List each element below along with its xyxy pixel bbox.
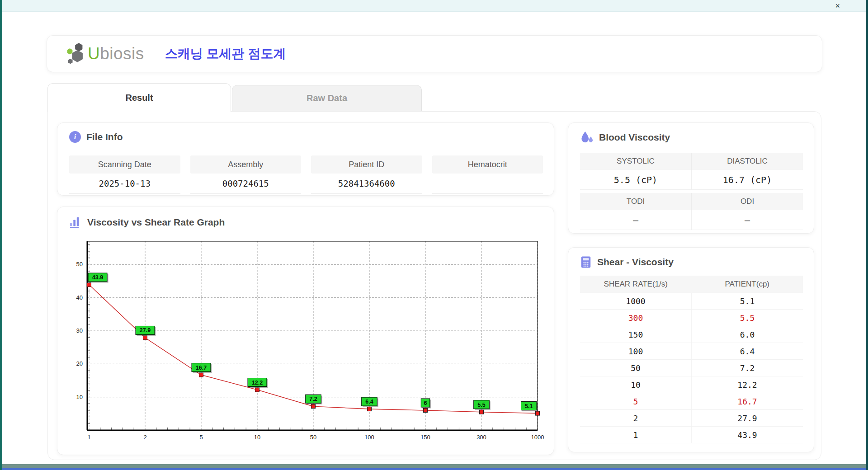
field-label: Hematocrit — [432, 155, 543, 174]
sv-patient-cell: 5.5 — [691, 310, 803, 326]
bv-header-cell: ODI — [691, 193, 803, 210]
data-point-marker — [255, 388, 259, 392]
bv-header-row: SYSTOLICDIASTOLIC — [580, 153, 803, 170]
page-title: 스캐닝 모세관 점도계 — [165, 45, 286, 62]
ubiosis-logo: Ubiosis — [66, 42, 144, 66]
bv-value-row: 5.5 (cP)16.7 (cP) — [580, 170, 803, 190]
graph-title: Viscosity vs Shear Rate Graph — [87, 217, 225, 228]
bv-value-cell: – — [580, 210, 691, 230]
tab-result[interactable]: Result — [47, 83, 231, 112]
sv-patient-cell: 12.2 — [691, 376, 803, 393]
shear-viscosity-card: Shear - Viscosity SHEAR RATE(1/s)PATIENT… — [568, 247, 814, 452]
sv-shear-cell: 5 — [580, 393, 691, 409]
hexagon-cluster-icon — [66, 42, 85, 66]
sv-header-cell: PATIENT(cp) — [692, 276, 803, 293]
viscosity-graph-card: Viscosity vs Shear Rate Graph 1020304050… — [57, 207, 554, 455]
data-label-text: 27.9 — [140, 327, 151, 334]
table-row: 227.9 — [580, 410, 803, 427]
table-row: 10005.1 — [580, 293, 803, 310]
data-label-text: 7.2 — [309, 396, 317, 402]
file-info-field: Scanning Date2025-10-13 — [69, 155, 180, 194]
data-label-text: 5.5 — [477, 402, 485, 408]
table-row: 516.7 — [580, 393, 803, 410]
y-tick-label: 50 — [76, 261, 83, 268]
data-point-marker — [87, 283, 91, 287]
sv-shear-cell: 50 — [580, 360, 691, 376]
y-tick-label: 30 — [76, 327, 83, 334]
data-label-text: 16.7 — [196, 365, 207, 371]
x-tick-label: 1 — [87, 434, 90, 441]
sv-patient-cell: 6.4 — [691, 343, 803, 359]
data-point-marker — [424, 409, 428, 413]
shear-viscosity-title: Shear - Viscosity — [597, 257, 674, 268]
sv-shear-cell: 10 — [580, 376, 691, 393]
bv-header-cell: SYSTOLIC — [580, 153, 691, 170]
data-label-text: 6 — [424, 400, 427, 406]
file-info-card: i File Info Scanning Date2025-10-13Assem… — [57, 122, 554, 196]
bv-row-gap — [580, 190, 803, 193]
field-label: Assembly — [190, 155, 302, 174]
shear-viscosity-table: SHEAR RATE(1/s)PATIENT(cp)10005.13005.51… — [580, 276, 803, 443]
field-value: 2025-10-13 — [69, 174, 180, 194]
sv-patient-cell: 7.2 — [691, 360, 803, 376]
sv-shear-cell: 100 — [580, 343, 691, 359]
file-info-field: Hematocrit — [432, 155, 543, 194]
sv-shear-cell: 2 — [580, 410, 691, 426]
logo-text: Ubiosis — [88, 44, 144, 63]
x-tick-label: 50 — [310, 434, 316, 441]
bv-value-cell: – — [691, 210, 803, 230]
sv-shear-cell: 1000 — [580, 293, 691, 309]
table-row: 143.9 — [580, 427, 803, 443]
bar-chart-icon — [69, 216, 82, 229]
y-tick-label: 20 — [76, 360, 83, 367]
sv-header-row: SHEAR RATE(1/s)PATIENT(cp) — [580, 276, 803, 293]
sv-patient-cell: 5.1 — [691, 293, 803, 309]
bv-value-cell: 16.7 (cP) — [691, 170, 803, 190]
file-info-title: File Info — [86, 132, 123, 142]
window-titlebar: × — [0, 0, 868, 12]
close-icon[interactable]: × — [835, 1, 840, 11]
data-label-text: 43.9 — [92, 274, 103, 281]
table-row: 1012.2 — [580, 376, 803, 393]
data-point-marker — [480, 410, 484, 414]
window-bottom-bar-teal — [0, 464, 868, 468]
x-tick-label: 2 — [143, 434, 146, 441]
calculator-icon — [580, 256, 592, 268]
info-icon: i — [69, 131, 81, 143]
field-value: 000724615 — [190, 174, 302, 194]
table-row: 1506.0 — [580, 326, 803, 343]
tab-raw-data[interactable]: Raw Data — [232, 85, 422, 111]
data-label-text: 6.4 — [365, 399, 373, 405]
y-tick-label: 10 — [76, 394, 83, 400]
data-point-marker — [536, 411, 540, 415]
file-info-field: Assembly000724615 — [190, 155, 302, 194]
sv-patient-cell: 16.7 — [691, 393, 803, 409]
file-info-field: Patient ID52841364600 — [311, 155, 422, 194]
blood-viscosity-table: SYSTOLICDIASTOLIC5.5 (cP)16.7 (cP)TODIOD… — [580, 153, 803, 230]
bv-value-row: –– — [580, 210, 803, 230]
x-tick-label: 1000 — [531, 434, 544, 441]
sv-shear-cell: 150 — [580, 326, 691, 343]
bv-value-cell: 5.5 (cP) — [580, 170, 691, 190]
data-point-marker — [143, 336, 147, 340]
bv-header-cell: DIASTOLIC — [691, 153, 803, 170]
sv-shear-cell: 1 — [580, 427, 691, 443]
bv-header-cell: TODI — [580, 193, 691, 210]
sv-patient-cell: 43.9 — [691, 427, 803, 443]
window-left-border — [0, 0, 2, 470]
data-point-marker — [368, 407, 372, 411]
x-tick-label: 300 — [476, 434, 486, 441]
x-tick-label: 5 — [199, 434, 203, 441]
result-tab-panel: i File Info Scanning Date2025-10-13Assem… — [47, 111, 821, 460]
blood-viscosity-title: Blood Viscosity — [599, 132, 670, 143]
sv-patient-cell: 27.9 — [691, 410, 803, 426]
data-point-marker — [311, 404, 316, 409]
data-point-marker — [199, 373, 203, 377]
data-label-text: 5.1 — [525, 403, 533, 409]
viscosity-shear-chart: 10203040501251050100150300100043.927.916… — [66, 235, 547, 451]
sv-patient-cell: 6.0 — [691, 326, 803, 343]
field-value: 52841364600 — [311, 174, 422, 194]
blood-drops-icon — [580, 131, 594, 144]
y-tick-label: 40 — [76, 294, 83, 301]
field-label: Scanning Date — [69, 155, 180, 174]
